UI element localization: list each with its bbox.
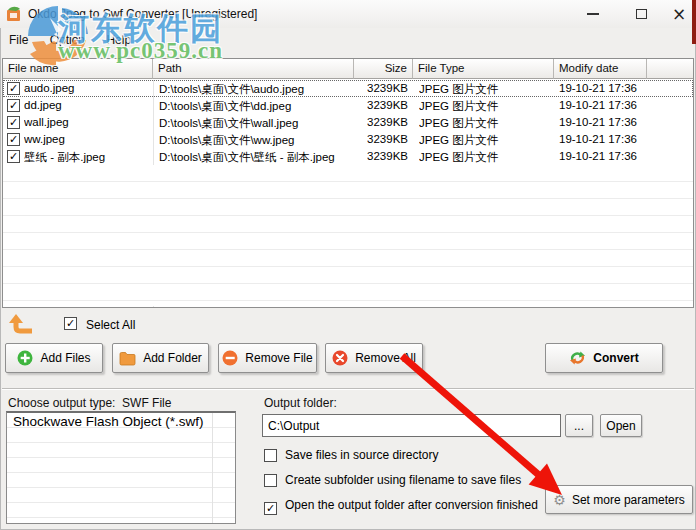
select-all-checkbox[interactable]: ✓ — [64, 317, 77, 330]
remove-icon — [222, 350, 238, 366]
convert-button[interactable]: Convert — [545, 343, 663, 373]
column-header-modify-date[interactable]: Modify date — [554, 59, 647, 79]
cell-path: D:\tools\桌面\文件\dd.jpeg — [159, 99, 353, 114]
output-folder-input[interactable] — [262, 414, 561, 437]
create-subfolder-checkbox[interactable] — [264, 474, 277, 487]
cell-file-type: JPEG 图片文件 — [419, 82, 553, 97]
cell-modify-date: 19-10-21 17:36 — [559, 99, 651, 111]
open-button[interactable]: Open — [600, 414, 642, 437]
column-header-file-name[interactable]: File name — [3, 59, 153, 79]
convert-label: Convert — [593, 351, 638, 365]
add-folder-button[interactable]: Add Folder — [112, 343, 209, 373]
browse-button[interactable]: ... — [565, 414, 593, 437]
row-checkbox[interactable]: ✓ — [7, 82, 20, 95]
cell-path: D:\tools\桌面\文件\ww.jpeg — [159, 133, 353, 148]
cell-size: 3239KB — [356, 99, 408, 111]
output-type-value: SWF File — [122, 396, 171, 410]
select-all-bar: ✓ Select All — [0, 308, 696, 342]
cell-file-type: JPEG 图片文件 — [419, 116, 553, 131]
cell-file-type: JPEG 图片文件 — [419, 133, 553, 148]
app-window: Okdo Jpeg to Swf Converter [Unregistered… — [0, 0, 696, 530]
remove-all-icon — [332, 350, 348, 366]
close-icon: × — [672, 6, 686, 23]
table-row[interactable]: ✓ 壁纸 - 副本.jpeg D:\tools\桌面\文件\壁纸 - 副本.jp… — [3, 148, 693, 165]
list-empty-rows — [3, 165, 693, 306]
menu-bar: File Option Help — [0, 28, 696, 54]
select-all-label: Select All — [86, 318, 135, 332]
table-row[interactable]: ✓ ww.jpeg D:\tools\桌面\文件\ww.jpeg 3239KB … — [3, 131, 693, 148]
list-header: File name Path Size File Type Modify dat… — [3, 59, 693, 79]
cell-file-name: audo.jpeg — [24, 82, 150, 94]
add-files-label: Add Files — [40, 351, 90, 365]
cell-file-name: dd.jpeg — [24, 99, 150, 111]
cell-modify-date: 19-10-21 17:36 — [559, 150, 651, 162]
separator-groove — [2, 388, 694, 390]
window-title: Okdo Jpeg to Swf Converter [Unregistered… — [28, 7, 257, 21]
cell-file-type: JPEG 图片文件 — [419, 99, 553, 114]
gear-icon: ⚙ — [553, 493, 566, 507]
cell-file-name: ww.jpeg — [24, 133, 150, 145]
add-folder-label: Add Folder — [143, 351, 202, 365]
menu-option[interactable]: Option — [41, 28, 94, 51]
menu-file[interactable]: File — [0, 28, 37, 51]
add-icon — [17, 350, 33, 366]
column-header-path[interactable]: Path — [153, 59, 354, 79]
output-format-list: Shockwave Flash Object (*.swf) — [6, 411, 236, 524]
minimize-icon — [587, 13, 599, 15]
add-files-button[interactable]: Add Files — [5, 343, 103, 373]
app-icon — [6, 6, 22, 22]
row-checkbox[interactable]: ✓ — [7, 150, 20, 163]
cell-size: 3239KB — [356, 82, 408, 94]
option-create-subfolder[interactable]: Create subfolder using filename to save … — [264, 473, 521, 487]
cell-file-name: 壁纸 - 副本.jpeg — [24, 150, 150, 165]
open-after-checkbox[interactable]: ✓ — [264, 502, 277, 515]
select-all-arrow-icon — [8, 313, 34, 337]
remove-file-button[interactable]: Remove File — [218, 343, 317, 373]
row-checkbox[interactable]: ✓ — [7, 133, 20, 146]
cell-size: 3239KB — [356, 133, 408, 145]
file-list: File name Path Size File Type Modify dat… — [2, 58, 694, 308]
set-more-parameters-button[interactable]: ⚙ Set more parameters — [545, 485, 693, 514]
remove-all-label: Remove All — [355, 351, 416, 365]
cell-modify-date: 19-10-21 17:36 — [559, 116, 651, 128]
cell-path: D:\tools\桌面\文件\wall.jpeg — [159, 116, 353, 131]
cell-size: 3239KB — [356, 150, 408, 162]
column-header-blank — [647, 59, 693, 79]
option-open-after[interactable]: ✓Open the output folder after conversion… — [264, 498, 538, 515]
cell-file-type: JPEG 图片文件 — [419, 150, 553, 165]
format-list-item[interactable]: Shockwave Flash Object (*.swf) — [13, 414, 204, 429]
remove-file-label: Remove File — [245, 351, 312, 365]
format-list-divider — [212, 413, 213, 523]
minimize-button[interactable] — [578, 4, 608, 24]
output-folder-label: Output folder: — [264, 396, 337, 410]
cell-path: D:\tools\桌面\文件\audo.jpeg — [159, 82, 353, 97]
row-checkbox[interactable]: ✓ — [7, 99, 20, 112]
maximize-button[interactable] — [626, 4, 656, 24]
row-checkbox[interactable]: ✓ — [7, 116, 20, 129]
choose-output-type-label: Choose output type: SWF File — [8, 396, 171, 410]
open-after-label: Open the output folder after conversion … — [285, 498, 538, 512]
remove-all-button[interactable]: Remove All — [325, 343, 423, 373]
convert-icon — [569, 350, 586, 366]
table-row[interactable]: ✓ wall.jpeg D:\tools\桌面\文件\wall.jpeg 323… — [3, 114, 693, 131]
menu-help[interactable]: Help — [97, 28, 140, 51]
cell-path: D:\tools\桌面\文件\壁纸 - 副本.jpeg — [159, 150, 353, 165]
cell-file-name: wall.jpeg — [24, 116, 150, 128]
title-bar: Okdo Jpeg to Swf Converter [Unregistered… — [0, 0, 696, 28]
cell-modify-date: 19-10-21 17:36 — [559, 133, 651, 145]
table-row[interactable]: ✓ dd.jpeg D:\tools\桌面\文件\dd.jpeg 3239KB … — [3, 97, 693, 114]
cell-size: 3239KB — [356, 116, 408, 128]
maximize-icon — [636, 9, 647, 19]
column-header-size[interactable]: Size — [354, 59, 413, 79]
folder-icon — [119, 351, 136, 366]
save-source-dir-label: Save files in source directory — [285, 448, 438, 462]
cell-modify-date: 19-10-21 17:36 — [559, 82, 651, 94]
column-header-file-type[interactable]: File Type — [413, 59, 554, 79]
save-source-dir-checkbox[interactable] — [264, 449, 277, 462]
create-subfolder-label: Create subfolder using filename to save … — [285, 473, 521, 487]
set-more-parameters-label: Set more parameters — [572, 493, 685, 507]
close-button[interactable]: × — [664, 4, 694, 24]
table-row[interactable]: ✓ audo.jpeg D:\tools\桌面\文件\audo.jpeg 323… — [3, 80, 693, 97]
option-save-source-dir[interactable]: Save files in source directory — [264, 448, 438, 462]
